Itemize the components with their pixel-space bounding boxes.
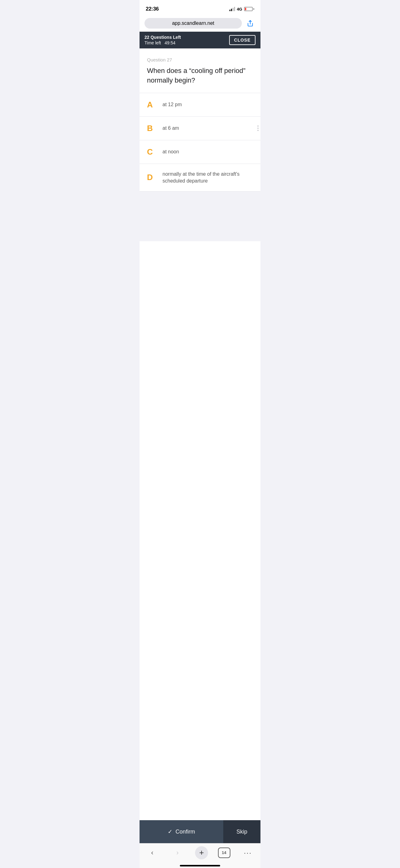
skip-label: Skip	[236, 829, 247, 835]
answer-letter-d: D	[147, 173, 156, 182]
status-time: 22:36	[146, 6, 159, 12]
bottom-action-bar: ✓ Confirm Skip	[139, 820, 261, 843]
scrollbar-indicator	[257, 125, 259, 131]
home-bar	[180, 865, 220, 866]
quiz-timer: Time left 49:54	[144, 40, 181, 45]
answer-text-d: normally at the time of the aircraft's s…	[163, 171, 253, 185]
confirm-label: Confirm	[175, 829, 195, 835]
answer-letter-c: C	[147, 147, 156, 157]
quiz-header: 22 Questions Left Time left 49:54 CLOSE	[139, 32, 261, 49]
main-content: Question 27 When does a “cooling off per…	[139, 49, 261, 820]
more-icon: ···	[244, 848, 252, 857]
share-icon	[247, 20, 254, 27]
plus-icon: +	[199, 848, 204, 858]
answer-option-a[interactable]: A at 12 pm	[139, 93, 261, 117]
answer-text-b: at 6 am	[163, 125, 179, 132]
answer-letter-a: A	[147, 100, 156, 110]
confirm-check-icon: ✓	[168, 828, 172, 835]
tabs-count: 14	[222, 850, 226, 855]
answer-option-c[interactable]: C at noon	[139, 140, 261, 164]
answer-text-c: at noon	[163, 148, 179, 155]
forward-arrow-icon: ›	[176, 849, 178, 857]
forward-button[interactable]: ›	[170, 846, 185, 859]
url-bar: app.scandlearn.net	[139, 16, 261, 32]
network-label: 4G	[237, 7, 242, 11]
battery-icon: 17	[244, 7, 254, 11]
answer-text-a: at 12 pm	[163, 101, 182, 108]
confirm-button[interactable]: ✓ Confirm	[139, 820, 223, 843]
answer-letter-b: B	[147, 124, 156, 133]
questions-left: 22 Questions Left	[144, 35, 181, 40]
url-field[interactable]: app.scandlearn.net	[144, 18, 242, 29]
question-text: When does a “cooling off period” normall…	[147, 66, 253, 85]
answer-option-b[interactable]: B at 6 am	[139, 117, 261, 140]
signal-icon	[229, 7, 235, 11]
skip-button[interactable]: Skip	[223, 820, 261, 843]
close-button[interactable]: CLOSE	[229, 35, 256, 45]
back-button[interactable]: ‹	[144, 846, 160, 859]
home-indicator	[139, 865, 261, 868]
browser-nav: ‹ › + 14 ···	[139, 843, 261, 865]
status-icons: 4G 17	[229, 7, 254, 11]
share-button[interactable]	[245, 18, 256, 29]
answers-list: A at 12 pm B at 6 am C at noon D normall…	[139, 93, 261, 192]
question-section: Question 27 When does a “cooling off per…	[139, 49, 261, 93]
url-text: app.scandlearn.net	[172, 21, 214, 26]
new-tab-button[interactable]: +	[195, 846, 208, 859]
quiz-meta: 22 Questions Left Time left 49:54	[144, 35, 181, 45]
battery-level: 17	[245, 7, 252, 10]
more-button[interactable]: ···	[240, 846, 256, 859]
question-label: Question 27	[147, 57, 253, 62]
status-bar: 22:36 4G 17	[139, 0, 261, 16]
answer-option-d[interactable]: D normally at the time of the aircraft's…	[139, 164, 261, 192]
content-spacer	[139, 191, 261, 241]
back-arrow-icon: ‹	[151, 849, 153, 857]
tabs-button[interactable]: 14	[218, 847, 230, 858]
